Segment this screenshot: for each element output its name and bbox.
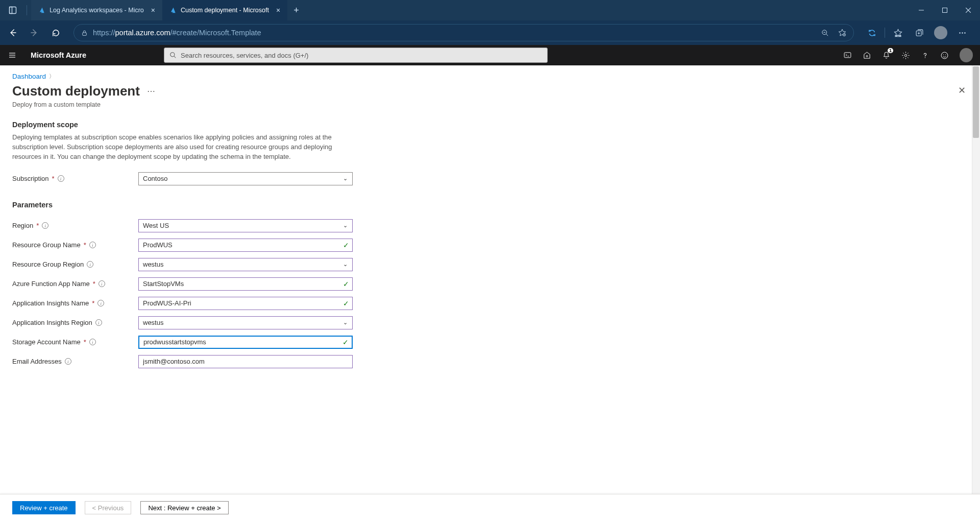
- close-icon[interactable]: ×: [151, 6, 155, 14]
- sync-icon[interactable]: [863, 24, 880, 41]
- address-field[interactable]: https://portal.azure.com/#create/Microso…: [74, 24, 854, 41]
- email-input[interactable]: [138, 355, 353, 368]
- notifications-button[interactable]: 1: [877, 46, 895, 64]
- browser-tab-log-analytics[interactable]: Log Analytics workspaces - Micro ×: [31, 0, 162, 20]
- chevron-down-icon: ⌄: [338, 261, 352, 268]
- feedback-button[interactable]: [935, 46, 953, 64]
- parameters-heading: Parameters: [12, 201, 370, 209]
- rg-region-select[interactable]: ⌄: [138, 258, 353, 271]
- subscription-select[interactable]: ⌄: [138, 172, 353, 185]
- email-value[interactable]: [139, 356, 352, 368]
- next-button[interactable]: Next : Review + create >: [140, 501, 228, 514]
- search-icon: [169, 52, 177, 59]
- directories-button[interactable]: [857, 46, 876, 64]
- ai-name-label: Application Insights Name*i: [12, 299, 138, 307]
- check-icon: ✓: [340, 280, 352, 288]
- svg-rect-3: [943, 8, 947, 13]
- chevron-down-icon: ⌄: [338, 175, 352, 182]
- rg-region-label: Resource Group Regioni: [12, 260, 138, 268]
- nav-forward-button[interactable]: [26, 24, 43, 41]
- window-minimize-button[interactable]: [910, 0, 933, 20]
- storage-input[interactable]: ✓: [138, 336, 353, 349]
- review-create-button[interactable]: Review + create: [12, 501, 76, 514]
- chevron-down-icon: ⌄: [338, 319, 352, 326]
- profile-avatar[interactable]: [932, 24, 949, 41]
- svg-point-30: [866, 55, 868, 57]
- info-icon[interactable]: i: [89, 339, 96, 345]
- subscription-value: [139, 173, 338, 185]
- rg-name-value[interactable]: [139, 239, 340, 251]
- cloud-shell-button[interactable]: [838, 46, 856, 64]
- breadcrumb-dashboard-link[interactable]: Dashboard: [12, 73, 46, 80]
- browser-tab-custom-deployment[interactable]: Custom deployment - Microsoft ×: [162, 0, 287, 20]
- window-maximize-button[interactable]: [933, 0, 957, 20]
- close-icon[interactable]: ×: [276, 6, 280, 14]
- help-button[interactable]: [916, 46, 934, 64]
- svg-point-34: [943, 54, 943, 55]
- info-icon[interactable]: i: [95, 319, 102, 326]
- ai-region-label: Application Insights Regioni: [12, 319, 138, 326]
- scrollbar[interactable]: [972, 65, 980, 494]
- ai-region-select[interactable]: ⌄: [138, 316, 353, 329]
- ai-name-input[interactable]: ✓: [138, 297, 353, 310]
- subscription-label: Subscription*i: [12, 175, 138, 182]
- rg-name-input[interactable]: ✓: [138, 239, 353, 252]
- collections-icon[interactable]: [911, 24, 928, 41]
- account-avatar[interactable]: [954, 46, 973, 64]
- browser-address-bar: https://portal.azure.com/#create/Microso…: [0, 20, 980, 45]
- region-select[interactable]: ⌄: [138, 219, 353, 232]
- ai-name-value[interactable]: [139, 297, 340, 310]
- zoom-icon[interactable]: [821, 29, 829, 37]
- storage-value[interactable]: [139, 337, 339, 348]
- nav-back-button[interactable]: [4, 24, 21, 41]
- azure-favicon: [169, 7, 177, 14]
- deployment-scope-description: Deploying templates at subscription scop…: [12, 133, 349, 162]
- azure-top-bar: Microsoft Azure Search resources, servic…: [0, 45, 980, 65]
- new-tab-button[interactable]: +: [287, 0, 305, 20]
- storage-label: Storage Account Name*i: [12, 338, 138, 346]
- svg-line-27: [174, 56, 176, 58]
- page-subtitle: Deploy from a custom template: [12, 101, 968, 108]
- favorite-icon[interactable]: [838, 29, 846, 37]
- divider: [885, 28, 885, 38]
- nav-refresh-button[interactable]: [47, 24, 64, 41]
- more-icon[interactable]: [953, 24, 971, 41]
- svg-rect-0: [10, 7, 16, 14]
- divider: [27, 5, 27, 15]
- tab-actions-icon[interactable]: [4, 2, 21, 19]
- page-title: Custom deployment: [12, 83, 140, 99]
- func-app-label: Azure Function App Name*i: [12, 280, 138, 288]
- info-icon[interactable]: i: [65, 358, 71, 365]
- svg-rect-1: [10, 7, 12, 14]
- more-icon[interactable]: ⋯: [147, 86, 155, 96]
- search-placeholder: Search resources, services, and docs (G+…: [181, 52, 308, 59]
- check-icon: ✓: [340, 241, 352, 249]
- browser-titlebar: Log Analytics workspaces - Micro × Custo…: [0, 0, 980, 20]
- close-blade-button[interactable]: ✕: [958, 85, 966, 96]
- func-app-value[interactable]: [139, 278, 340, 290]
- chevron-down-icon: ⌄: [338, 222, 352, 229]
- rg-name-label: Resource Group Name*i: [12, 241, 138, 249]
- favorites-icon[interactable]: [889, 24, 906, 41]
- func-app-input[interactable]: ✓: [138, 277, 353, 291]
- blade-content: Dashboard 〉 Custom deployment ⋯ Deploy f…: [0, 65, 980, 494]
- info-icon[interactable]: i: [99, 280, 105, 287]
- svg-rect-28: [844, 52, 851, 57]
- info-icon[interactable]: i: [42, 222, 48, 229]
- settings-button[interactable]: [896, 46, 915, 64]
- email-label: Email Addressesi: [12, 358, 138, 365]
- info-icon[interactable]: i: [89, 242, 96, 248]
- brand-label[interactable]: Microsoft Azure: [24, 51, 92, 59]
- previous-button[interactable]: < Previous: [85, 501, 132, 514]
- svg-rect-8: [83, 32, 87, 35]
- info-icon[interactable]: i: [58, 175, 64, 182]
- svg-point-35: [945, 54, 945, 55]
- svg-point-26: [170, 53, 175, 57]
- info-icon[interactable]: i: [87, 261, 93, 268]
- window-close-button[interactable]: [957, 0, 980, 20]
- global-search-input[interactable]: Search resources, services, and docs (G+…: [164, 48, 548, 63]
- hamburger-menu-button[interactable]: [0, 51, 24, 59]
- svg-point-33: [941, 52, 948, 59]
- tab-title: Custom deployment - Microsoft: [181, 7, 269, 14]
- info-icon[interactable]: i: [97, 300, 104, 306]
